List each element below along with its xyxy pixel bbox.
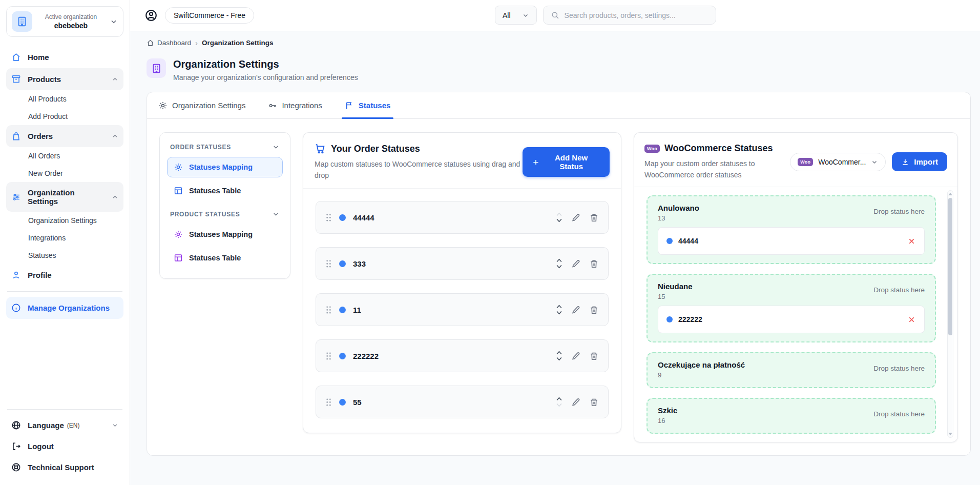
- woo-status-drop-zone[interactable]: Szkic 16 Drop status here: [647, 398, 936, 434]
- chevron-down-icon: [112, 422, 118, 429]
- sidebar-item-integrations[interactable]: Integrations: [6, 229, 123, 247]
- scroll-down-arrow-icon[interactable]: [948, 433, 952, 435]
- sidebar-item-all-orders[interactable]: All Orders: [6, 147, 123, 165]
- move-up-button[interactable]: [555, 396, 563, 401]
- life-buoy-icon: [11, 462, 21, 472]
- plan-badge: SwiftCommerce - Free: [165, 7, 254, 24]
- scroll-up-arrow-icon[interactable]: [948, 193, 952, 195]
- edit-status-button[interactable]: [571, 305, 581, 315]
- sidebar-item-org-settings-sub[interactable]: Organization Settings: [6, 212, 123, 229]
- delete-status-button[interactable]: [589, 397, 599, 407]
- edit-status-button[interactable]: [571, 259, 581, 269]
- sidebar-item-manage-organizations[interactable]: Manage Organizations: [6, 297, 123, 319]
- gear-icon: [158, 101, 168, 110]
- move-down-button[interactable]: [555, 264, 563, 270]
- delete-status-button[interactable]: [589, 213, 599, 223]
- nav-order-statuses-mapping[interactable]: Statuses Mapping: [167, 157, 283, 177]
- custom-status-row: 333: [316, 247, 609, 280]
- woo-status-drop-zone[interactable]: Oczekujące na płatność 9 Drop status her…: [647, 352, 936, 388]
- edit-status-button[interactable]: [571, 351, 581, 361]
- woocommerce-source-dropdown[interactable]: Woo WooCommer...: [790, 153, 886, 171]
- org-switcher[interactable]: Active organization ebebebeb: [6, 6, 123, 37]
- search-input[interactable]: [565, 11, 708, 19]
- remove-mapping-button[interactable]: [907, 237, 916, 246]
- scrollbar[interactable]: [947, 190, 953, 438]
- sidebar-item-new-order[interactable]: New Order: [6, 165, 123, 182]
- status-label: 55: [353, 398, 548, 407]
- edit-status-button[interactable]: [571, 397, 581, 407]
- delete-status-button[interactable]: [589, 259, 599, 269]
- woo-card-list: Anulowano 13 Drop status here 44444 Nieu…: [647, 195, 936, 434]
- move-down-button[interactable]: [555, 310, 563, 316]
- scrollbar-thumb[interactable]: [948, 198, 952, 335]
- custom-status-row: 44444: [316, 201, 609, 234]
- plus-icon: +: [533, 157, 538, 167]
- sidebar-item-label: Products: [28, 75, 61, 84]
- nav-product-statuses-table[interactable]: Statuses Table: [167, 248, 283, 268]
- move-up-button[interactable]: [555, 257, 563, 263]
- tab-integrations[interactable]: Integrations: [268, 92, 322, 118]
- search-scope-select[interactable]: All: [495, 6, 537, 25]
- status-color-dot: [666, 238, 673, 244]
- sidebar-item-profile[interactable]: Profile: [6, 264, 123, 286]
- breadcrumb: Dashboard › Organization Settings: [147, 38, 971, 47]
- drag-handle-icon[interactable]: [325, 259, 332, 268]
- delete-status-button[interactable]: [589, 351, 599, 361]
- drag-handle-icon[interactable]: [325, 306, 332, 314]
- search-icon: [551, 11, 559, 19]
- main-area: SwiftCommerce - Free All Dashboard ›: [130, 0, 980, 485]
- status-color-dot: [339, 399, 346, 406]
- page-content: Dashboard › Organization Settings Organi…: [130, 31, 980, 485]
- chevron-down-icon: [272, 143, 280, 151]
- language-switcher[interactable]: Language (EN): [6, 415, 123, 436]
- drag-handle-icon[interactable]: [325, 398, 332, 407]
- nav-order-statuses-table[interactable]: Statuses Table: [167, 180, 283, 201]
- technical-support-button[interactable]: Technical Support: [6, 457, 123, 478]
- panel-title: Your Order Statuses: [331, 144, 420, 154]
- chevron-up-icon: [112, 133, 118, 139]
- org-switcher-name: ebebebeb: [37, 22, 105, 30]
- source-dropdown-value: WooCommer...: [818, 158, 866, 166]
- import-button[interactable]: Import: [892, 152, 947, 171]
- delete-status-button[interactable]: [589, 305, 599, 315]
- page-header: Organization Settings Manage your organi…: [147, 58, 971, 82]
- sidebar-item-label: Manage Organizations: [28, 304, 110, 312]
- add-new-status-button[interactable]: + Add New Status: [523, 147, 610, 177]
- sidebar-item-orders[interactable]: Orders: [6, 125, 123, 147]
- drag-handle-icon[interactable]: [325, 352, 332, 360]
- woo-status-name: Anulowano: [658, 204, 699, 212]
- sidebar-item-org-settings[interactable]: Organization Settings: [6, 182, 123, 212]
- status-color-dot: [339, 353, 346, 359]
- logout-button[interactable]: Logout: [6, 436, 123, 457]
- woo-status-drop-zone[interactable]: Anulowano 13 Drop status here 44444: [647, 195, 936, 264]
- nav-product-statuses-mapping[interactable]: Statuses Mapping: [167, 224, 283, 245]
- move-down-button[interactable]: [555, 218, 563, 224]
- edit-status-button[interactable]: [571, 213, 581, 223]
- sidebar-item-products[interactable]: Products: [6, 68, 123, 90]
- move-up-button[interactable]: [555, 350, 563, 355]
- drag-handle-icon[interactable]: [325, 213, 332, 222]
- woo-status-drop-zone[interactable]: Nieudane 15 Drop status here 222222: [647, 274, 936, 342]
- sidebar-item-statuses[interactable]: Statuses: [6, 247, 123, 264]
- building-icon: [147, 58, 166, 78]
- sidebar-item-home[interactable]: Home: [6, 46, 123, 68]
- sidebar-item-all-products[interactable]: All Products: [6, 90, 123, 108]
- tab-organization-settings[interactable]: Organization Settings: [158, 92, 245, 118]
- sidebar-item-label: Home: [28, 53, 49, 62]
- support-label: Technical Support: [28, 463, 94, 472]
- app-root: Active organization ebebebeb Home Produc…: [0, 0, 980, 485]
- move-down-button[interactable]: [555, 356, 563, 362]
- tab-statuses[interactable]: Statuses: [345, 92, 391, 118]
- woo-status-count: 9: [658, 371, 745, 379]
- sidebar-item-add-product[interactable]: Add Product: [6, 108, 123, 125]
- breadcrumb-dashboard[interactable]: Dashboard: [147, 39, 191, 47]
- product-statuses-section-toggle[interactable]: PRODUCT STATUSES: [167, 204, 283, 224]
- page-title: Organization Settings: [173, 58, 358, 70]
- page-subtitle: Manage your organization's configuration…: [173, 73, 358, 82]
- woo-status-name: Oczekujące na płatność: [658, 360, 745, 369]
- order-statuses-section-toggle[interactable]: ORDER STATUSES: [167, 141, 283, 157]
- tabbar: Organization Settings Integrations Statu…: [147, 92, 970, 119]
- remove-mapping-button[interactable]: [907, 315, 916, 324]
- user-circle-icon[interactable]: [144, 9, 158, 22]
- move-up-button[interactable]: [555, 304, 563, 309]
